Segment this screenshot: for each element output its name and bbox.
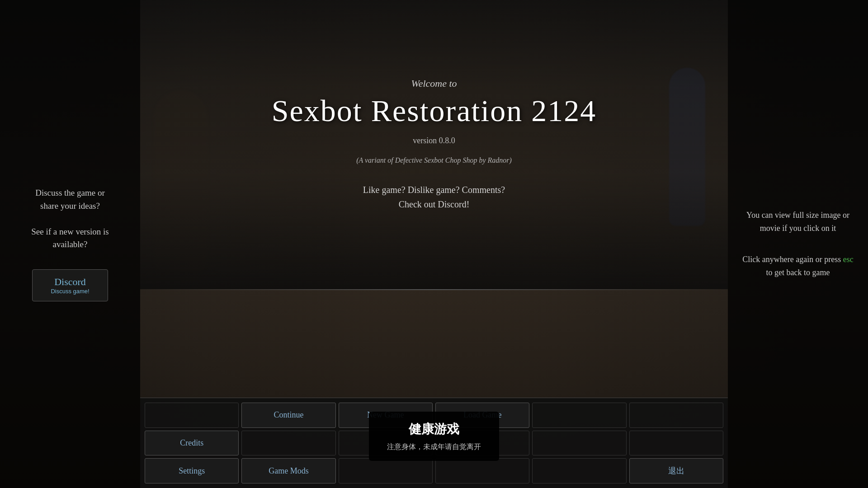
view-info-text: You can view full size image or movie if…	[741, 209, 854, 235]
discord-button-subtitle: Discuss game!	[51, 288, 89, 295]
esc-info-text: Click anywhere again or press esc to get…	[741, 253, 854, 279]
welcome-text: Welcome to	[411, 78, 457, 89]
game-mods-button[interactable]: Game Mods	[241, 458, 335, 483]
quit-button[interactable]: 退出	[629, 458, 723, 483]
menu-empty-7	[532, 431, 626, 456]
menu-empty-4	[241, 431, 335, 456]
menu-empty-2	[532, 403, 626, 428]
settings-button[interactable]: Settings	[145, 458, 239, 483]
credits-button[interactable]: Credits	[145, 431, 239, 456]
menu-empty-8	[629, 431, 723, 456]
game-title: Sexbot Restoration 2124	[272, 93, 596, 129]
discord-invite-text: Like game? Dislike game? Comments? Check…	[363, 183, 505, 211]
left-sidebar: Discuss the game or share your ideas? Se…	[0, 0, 140, 488]
discuss-prompt: Discuss the game or share your ideas? Se…	[31, 187, 108, 251]
menu-empty-1	[145, 403, 239, 428]
load-game-button[interactable]: Load Game	[435, 403, 529, 428]
variant-text: (A variant of Defective Sexbot Chop Shop…	[356, 156, 512, 164]
menu-empty-11	[532, 458, 626, 483]
continue-button[interactable]: Continue	[241, 403, 335, 428]
version-text: version 0.8.0	[413, 136, 455, 145]
menu-button-bar: Continue New Game Load Game Credits Sett…	[140, 398, 728, 488]
esc-key-label: esc	[843, 255, 854, 264]
menu-empty-9	[339, 458, 433, 483]
right-sidebar: You can view full size image or movie if…	[728, 0, 868, 488]
divider-line	[140, 289, 728, 290]
menu-empty-3	[629, 403, 723, 428]
discord-button-title: Discord	[51, 276, 89, 288]
discord-button[interactable]: Discord Discuss game!	[32, 269, 108, 301]
menu-empty-10	[435, 458, 529, 483]
main-content: Welcome to Sexbot Restoration 2124 versi…	[140, 0, 728, 289]
new-game-button[interactable]: New Game	[339, 403, 433, 428]
menu-empty-6	[435, 431, 529, 456]
menu-empty-5	[339, 431, 433, 456]
